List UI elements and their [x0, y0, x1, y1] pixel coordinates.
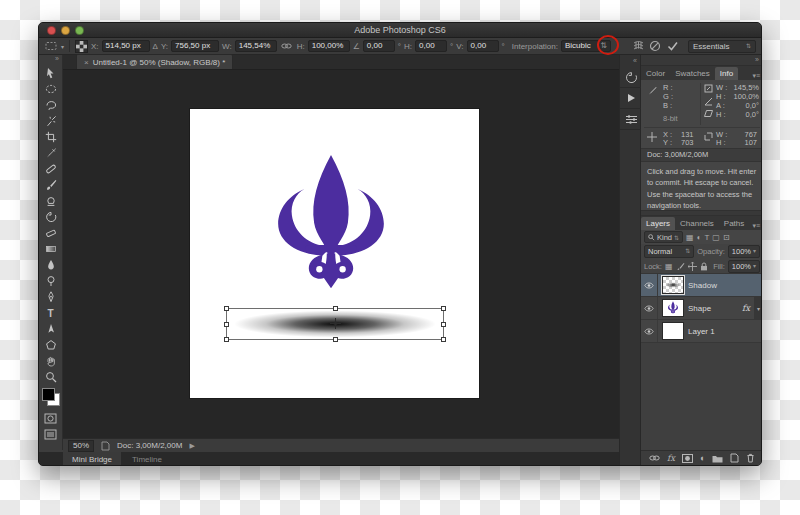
fill-select[interactable]: 100% ▾	[728, 260, 760, 273]
tab-layers[interactable]: Layers	[641, 217, 675, 230]
commit-transform-icon[interactable]	[665, 40, 679, 53]
h-skew-input[interactable]: 0,00	[415, 40, 447, 52]
link-layers-icon[interactable]	[649, 454, 660, 462]
status-options-arrow-icon[interactable]: ▶	[189, 442, 194, 450]
transform-handle-top-center[interactable]	[333, 306, 338, 311]
healing-brush-tool[interactable]	[40, 161, 62, 177]
canvas-pasteboard[interactable]	[63, 70, 619, 438]
hand-tool[interactable]	[40, 353, 62, 369]
transform-handle-bottom-right[interactable]	[441, 337, 446, 342]
layer-name[interactable]: Layer 1	[688, 327, 715, 336]
tab-swatches[interactable]: Swatches	[670, 67, 715, 80]
tab-paths[interactable]: Paths	[719, 217, 749, 230]
layer-row-shape[interactable]: Shape fx ▾	[641, 297, 762, 320]
lasso-tool[interactable]	[40, 97, 62, 113]
transform-handle-top-right[interactable]	[441, 306, 446, 311]
type-tool[interactable]: T	[40, 305, 62, 321]
properties-panel-icon[interactable]	[620, 109, 642, 130]
eraser-tool[interactable]	[40, 225, 62, 241]
reference-point-locator-icon[interactable]	[75, 40, 88, 53]
close-document-icon[interactable]: ×	[84, 58, 89, 67]
transform-handle-bottom-center[interactable]	[333, 337, 338, 342]
tab-timeline[interactable]: Timeline	[123, 452, 171, 466]
foreground-color-swatch[interactable]	[42, 388, 55, 401]
history-brush-tool[interactable]	[40, 209, 62, 225]
lock-pixels-icon[interactable]	[676, 262, 685, 271]
layer-thumbnail[interactable]	[662, 322, 684, 340]
transform-handle-top-left[interactable]	[224, 306, 229, 311]
dodge-tool[interactable]	[40, 273, 62, 289]
filter-type-layers-icon[interactable]: T	[704, 233, 709, 242]
screen-mode-button[interactable]	[40, 426, 62, 442]
quick-selection-tool[interactable]	[40, 113, 62, 129]
rotate-input[interactable]: 0,00	[363, 40, 395, 52]
layer-filter-kind-select[interactable]: Kind ⇅	[644, 231, 683, 243]
document-tab[interactable]: × Untitled-1 @ 50% (Shadow, RGB/8) *	[76, 54, 233, 69]
cancel-transform-icon[interactable]	[648, 40, 662, 53]
lock-position-icon[interactable]	[688, 262, 697, 271]
gradient-tool[interactable]	[40, 241, 62, 257]
marquee-tool[interactable]	[40, 81, 62, 97]
filter-pixel-layers-icon[interactable]: ▦	[686, 233, 694, 242]
opacity-select[interactable]: 100% ▾	[728, 245, 760, 258]
path-selection-tool[interactable]	[40, 321, 62, 337]
zoom-level-field[interactable]: 50%	[68, 440, 94, 452]
document-canvas[interactable]	[190, 109, 479, 398]
tab-channels[interactable]: Channels	[675, 217, 719, 230]
transform-handle-middle-right[interactable]	[441, 322, 446, 327]
link-dimensions-icon[interactable]	[280, 40, 294, 53]
zoom-window-button[interactable]	[75, 26, 84, 35]
collapse-tools-icon[interactable]: »	[55, 55, 62, 65]
add-layer-style-icon[interactable]: fx	[667, 453, 675, 463]
workspace-switcher[interactable]: Essentials ⇅	[688, 40, 756, 53]
tab-color[interactable]: Color	[641, 67, 670, 80]
relative-positioning-icon[interactable]: Δ	[153, 42, 158, 51]
layer-row-shadow[interactable]: Shadow	[641, 274, 762, 297]
layer-thumbnail[interactable]	[662, 299, 684, 317]
filter-shape-layers-icon[interactable]: ▢	[712, 233, 720, 242]
eyedropper-tool[interactable]	[40, 145, 62, 161]
expand-dock-icon[interactable]: «	[620, 55, 640, 67]
height-scale-input[interactable]: 100,00%	[308, 40, 350, 52]
zoom-tool[interactable]	[40, 369, 62, 385]
new-layer-icon[interactable]	[730, 453, 739, 463]
collapse-panels-icon[interactable]: »	[755, 56, 759, 63]
blend-mode-select[interactable]: Normal ⇅	[644, 245, 694, 258]
v-skew-input[interactable]: 0,00	[467, 40, 499, 52]
width-scale-input[interactable]: 145,54%	[235, 40, 277, 52]
foreground-background-swatches[interactable]	[42, 388, 60, 406]
filter-adjustment-layers-icon[interactable]: ◐	[697, 233, 702, 242]
add-layer-mask-icon[interactable]	[682, 454, 693, 463]
pen-tool[interactable]	[40, 289, 62, 305]
visibility-eye-icon[interactable]	[641, 274, 658, 296]
quick-mask-toggle[interactable]	[40, 410, 62, 426]
layer-name[interactable]: Shape	[688, 304, 711, 313]
tab-mini-bridge[interactable]: Mini Bridge	[63, 452, 121, 466]
transform-handle-bottom-left[interactable]	[224, 337, 229, 342]
warp-mode-toggle-icon[interactable]	[631, 40, 645, 53]
crop-tool[interactable]	[40, 129, 62, 145]
new-group-icon[interactable]	[712, 454, 723, 463]
y-position-input[interactable]: 756,50 px	[171, 40, 219, 52]
actions-panel-icon[interactable]	[620, 88, 642, 109]
x-position-input[interactable]: 514,50 px	[102, 40, 150, 52]
layer-fx-badge[interactable]: fx	[742, 303, 750, 313]
transform-handle-middle-left[interactable]	[224, 322, 229, 327]
layer-row-layer1[interactable]: Layer 1	[641, 320, 762, 343]
lock-all-icon[interactable]	[700, 262, 708, 271]
collapse-effects-icon[interactable]: ▾	[754, 297, 762, 319]
panel-menu-icon[interactable]: ▾≡	[752, 72, 762, 80]
delete-layer-icon[interactable]	[746, 453, 755, 463]
shape-tool[interactable]	[40, 337, 62, 353]
visibility-eye-icon[interactable]	[641, 297, 658, 319]
tool-preset-icon[interactable]	[44, 40, 58, 53]
panel-menu-icon[interactable]: ▾≡	[752, 222, 762, 230]
move-tool[interactable]	[40, 65, 62, 81]
brush-tool[interactable]	[40, 177, 62, 193]
transform-reference-point-icon[interactable]	[330, 318, 341, 329]
new-adjustment-layer-icon[interactable]: ◐	[700, 453, 705, 463]
clone-stamp-tool[interactable]	[40, 193, 62, 209]
blur-tool[interactable]	[40, 257, 62, 273]
tool-preset-dropdown-icon[interactable]: ▾	[61, 43, 64, 50]
close-window-button[interactable]	[47, 26, 56, 35]
